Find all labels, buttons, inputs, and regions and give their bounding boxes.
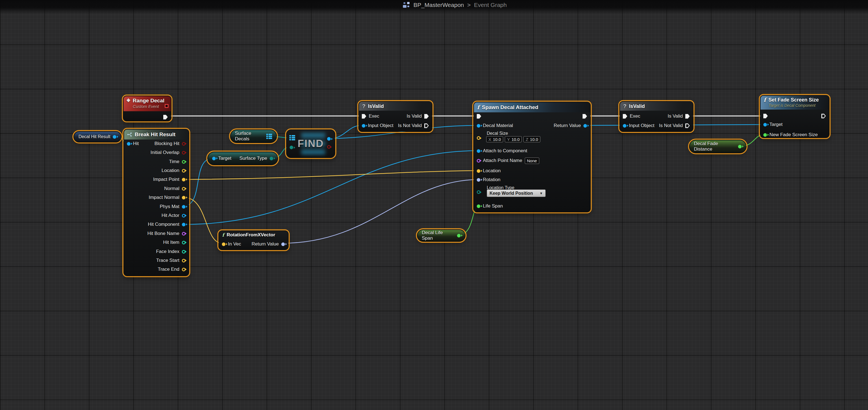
pin-label: Location (483, 168, 501, 174)
node-title: IsValid (629, 103, 645, 109)
pin-location[interactable] (182, 169, 185, 173)
node-is-valid-1[interactable]: ? IsValid Exec Is Valid Input Object Is … (359, 102, 432, 132)
pin-label: Normal (164, 186, 179, 192)
node-set-fade-screen-size[interactable]: f Set Fade Screen Size Target is Decal C… (760, 95, 829, 138)
output-pin[interactable] (113, 135, 116, 139)
pin-impact-normal[interactable] (182, 196, 185, 200)
exec-in-pin[interactable] (763, 114, 768, 118)
exec-out-pin[interactable] (822, 114, 826, 118)
exec-in-pin[interactable] (477, 114, 481, 119)
pin-normal[interactable] (182, 187, 185, 191)
in-vec-pin[interactable] (222, 242, 225, 246)
node-get-surface-type[interactable]: Target Surface Type (208, 152, 278, 165)
target-pin[interactable] (212, 157, 216, 160)
exec-out-pin[interactable] (163, 115, 168, 119)
node-decal-hit-result[interactable]: Decal Hit Result (74, 132, 121, 142)
decal-size-y-field[interactable]: Y10.0 (505, 136, 522, 142)
rotation-pin[interactable] (477, 178, 480, 182)
attach-point-name-pin[interactable] (477, 159, 480, 163)
pin-label: Impact Normal (149, 195, 179, 200)
output-pin[interactable] (738, 145, 742, 148)
blueprint-graph-canvas[interactable]: BP_MasterWeapon > Event Graph ◈ Range De… (0, 0, 868, 410)
pin-label: Life Span (483, 203, 503, 209)
pin-hit-item[interactable] (182, 241, 185, 244)
pin-trace-end[interactable] (182, 268, 185, 271)
input-object-pin[interactable] (623, 124, 626, 128)
attach-point-name-field[interactable]: None (525, 158, 539, 164)
location-type-dropdown[interactable]: Keep World Position ▼ (487, 190, 546, 197)
is-valid-exec-pin[interactable] (424, 114, 429, 119)
pin-label: Initial Overlap (151, 150, 179, 155)
location-type-pin[interactable] (477, 190, 480, 194)
attach-to-component-pin[interactable] (477, 149, 480, 153)
pin-label: Input Object (368, 123, 394, 129)
return-value-pin[interactable] (583, 124, 587, 128)
exec-in-pin[interactable] (623, 114, 627, 119)
pin-blocking-hit[interactable] (182, 142, 185, 146)
found-output-pin[interactable] (327, 145, 331, 149)
node-title: IsValid (368, 103, 384, 109)
is-valid-exec-pin[interactable] (685, 114, 690, 119)
object-wires (117, 125, 762, 225)
break-struct-icon (127, 132, 132, 137)
return-value-pin[interactable] (281, 242, 285, 246)
node-title: Range Decal (133, 98, 164, 104)
variable-label: Decal Life Span (422, 230, 455, 241)
decal-size-z-field[interactable]: Z10.0 (523, 136, 540, 142)
pin-label: Phys Mat (160, 204, 179, 209)
graph-name: Event Graph (474, 2, 507, 8)
key-input-pin[interactable] (289, 146, 293, 149)
life-span-pin[interactable] (477, 204, 480, 208)
pin-face-index[interactable] (182, 250, 185, 253)
blueprint-icon (403, 2, 410, 8)
output-pin[interactable] (457, 234, 461, 237)
chevron-right-icon: > (467, 2, 471, 8)
is-not-valid-exec-pin[interactable] (424, 124, 429, 128)
pin-label: Rotation (483, 177, 500, 182)
exec-out-pin[interactable] (583, 114, 587, 119)
node-range-decal[interactable]: ◈ Range Decal Custom Event (123, 96, 171, 121)
node-decal-fade-distance[interactable]: Decal Fade Distance (689, 140, 746, 153)
target-pin[interactable] (763, 123, 767, 127)
node-surface-decals[interactable]: Surface Decals (230, 130, 277, 143)
node-map-find[interactable]: FIND (286, 130, 335, 158)
pin-impact-point[interactable] (182, 178, 185, 181)
pin-label: Input Object (629, 123, 654, 129)
location-pin[interactable] (477, 169, 480, 173)
map-input-pin[interactable] (289, 135, 295, 140)
node-decal-life-span[interactable]: Decal Life Span (417, 230, 465, 241)
map-pin-icon[interactable] (266, 134, 272, 139)
is-not-valid-exec-pin[interactable] (685, 124, 690, 128)
exec-in-pin[interactable] (362, 114, 366, 119)
node-spawn-decal-attached[interactable]: f Spawn Decal Attached Decal Material Re… (474, 102, 590, 212)
node-title: RotationFromXVector (226, 232, 275, 238)
pin-trace-start[interactable] (182, 259, 185, 263)
pin-hit-component[interactable] (182, 223, 185, 226)
pin-label: Hit (133, 141, 139, 146)
pin-label: Is Valid (668, 113, 683, 119)
pin-initial-overlap[interactable] (182, 151, 185, 155)
input-object-pin[interactable] (362, 124, 365, 128)
delegate-pin[interactable] (165, 104, 168, 108)
decal-material-pin[interactable] (477, 124, 480, 128)
input-pin-hit[interactable] (127, 142, 130, 146)
surface-type-pin[interactable] (270, 157, 273, 160)
dropdown-value: Keep World Position (490, 191, 533, 196)
new-fade-screen-size-pin[interactable] (763, 133, 767, 137)
axis-value: 10.0 (530, 137, 538, 142)
pin-label: Return Value (554, 123, 581, 129)
value-output-pin[interactable] (327, 137, 331, 141)
decal-size-x-field[interactable]: X10.0 (486, 136, 503, 142)
pin-time[interactable] (182, 160, 185, 164)
node-rotation-from-xvector[interactable]: f RotationFromXVector In Vec Return Valu… (219, 231, 288, 250)
pin-label: Attach to Component (483, 148, 527, 154)
pin-hit-bone-name[interactable] (182, 232, 185, 236)
custom-event-icon: ◈ (127, 98, 130, 102)
node-break-hit-result[interactable]: Break Hit Result Hit Blocking Hit Initia… (124, 129, 189, 276)
node-is-valid-2[interactable]: ? IsValid Exec Is Valid Input Object Is … (620, 102, 693, 132)
pin-hit-actor[interactable] (182, 214, 185, 217)
pin-label: Return Value (252, 241, 279, 247)
pin-phys-mat[interactable] (182, 205, 185, 209)
decal-size-pin[interactable] (477, 136, 480, 140)
node-subtitle: Target is Decal Component (769, 103, 819, 108)
